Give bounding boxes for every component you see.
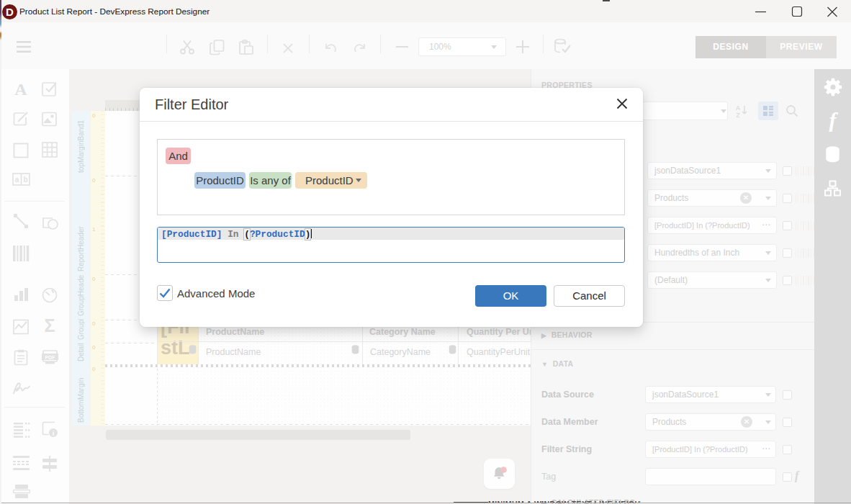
svg-text:i: i [53,430,55,437]
svg-text:Z: Z [736,112,740,118]
svg-text:b: b [23,176,27,184]
svg-text:a: a [15,176,19,184]
svg-text:PDF: PDF [45,355,56,360]
svg-text:A: A [736,104,741,112]
